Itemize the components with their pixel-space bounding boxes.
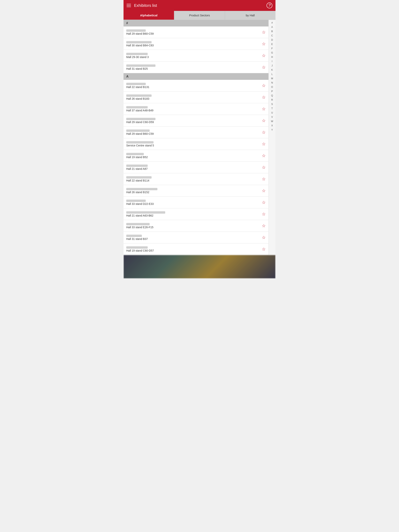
hamburger-menu-icon[interactable]	[127, 4, 131, 7]
list-item[interactable]: Mall 29-30 stand 3☆	[123, 50, 269, 62]
item-content: Hall 21 stand A63-B62	[126, 211, 260, 217]
list-item[interactable]: Service Centre stand 5☆	[123, 138, 269, 150]
item-name-placeholder	[126, 53, 148, 55]
tab-product-sectors[interactable]: Product Sectors	[174, 11, 225, 20]
alpha-nav-C[interactable]: C	[269, 33, 276, 38]
alpha-nav-Q[interactable]: Q	[269, 94, 276, 98]
list-item[interactable]: Hall 19 stand C60-D57☆	[123, 243, 269, 255]
alpha-nav-F[interactable]: F	[269, 46, 276, 51]
alpha-nav-P[interactable]: P	[269, 89, 276, 94]
alpha-nav-D[interactable]: D	[269, 38, 276, 42]
item-location: Hall 31 stand B25	[126, 67, 260, 70]
tab-alphabetical[interactable]: Alphabetical	[123, 11, 174, 20]
list-item[interactable]: Hall 19 stand B52☆	[123, 150, 269, 162]
alpha-nav-U[interactable]: U	[269, 111, 276, 115]
favorite-star-icon[interactable]: ☆	[262, 212, 266, 217]
favorite-star-icon[interactable]: ☆	[262, 65, 266, 70]
alpha-nav-A[interactable]: A	[269, 25, 276, 29]
item-name-placeholder	[126, 64, 155, 67]
alpha-navigation: #ABCDEFGHIJKLMNOPQRSTUVWXY	[269, 20, 276, 255]
item-location: Hall 33 stand D22-E33	[126, 202, 260, 205]
favorite-star-icon[interactable]: ☆	[262, 107, 266, 112]
favorite-star-icon[interactable]: ☆	[262, 41, 266, 47]
list-item[interactable]: Hall 29 stand C60-D59☆	[123, 115, 269, 127]
item-content: Hall 19 stand C60-D57	[126, 246, 260, 252]
item-content: Hall 29 stand B60-C59	[126, 129, 260, 135]
favorite-star-icon[interactable]: ☆	[262, 83, 266, 88]
list-item[interactable]: Hall 26 stand B183☆	[123, 92, 269, 103]
favorite-star-icon[interactable]: ☆	[262, 200, 266, 205]
list-item[interactable]: Hall 21 stand A63-B62☆	[123, 208, 269, 220]
favorite-star-icon[interactable]: ☆	[262, 247, 266, 252]
alpha-nav-#[interactable]: #	[269, 21, 276, 25]
favorite-star-icon[interactable]: ☆	[262, 153, 266, 158]
favorite-star-icon[interactable]: ☆	[262, 142, 266, 147]
list-item[interactable]: Hall 30 stand B84-C83☆	[123, 38, 269, 50]
item-content: Hall 22 stand B131	[126, 83, 260, 89]
item-content: Hall 26 stand B152	[126, 188, 260, 194]
favorite-star-icon[interactable]: ☆	[262, 235, 266, 240]
alpha-nav-M[interactable]: M	[269, 76, 276, 81]
favorite-star-icon[interactable]: ☆	[262, 130, 266, 135]
favorite-star-icon[interactable]: ☆	[262, 118, 266, 123]
item-location: Hall 19 stand C60-D57	[126, 249, 260, 252]
list-item[interactable]: Hall 33 stand E26-F15☆	[123, 220, 269, 232]
item-name-placeholder	[126, 106, 148, 108]
alpha-nav-K[interactable]: K	[269, 68, 276, 72]
alpha-nav-L[interactable]: L	[269, 72, 276, 76]
item-location: Hall 26 stand B183	[126, 97, 260, 100]
alpha-nav-V[interactable]: V	[269, 115, 276, 119]
alpha-nav-X[interactable]: X	[269, 123, 276, 128]
item-content: Hall 37 stand A48-B49	[126, 106, 260, 112]
banner-image	[123, 255, 276, 279]
list-item[interactable]: Hall 22 stand B131☆	[123, 80, 269, 92]
bottom-banner	[123, 255, 276, 279]
alpha-nav-B[interactable]: B	[269, 29, 276, 33]
help-icon[interactable]: ?	[266, 3, 272, 8]
item-content: Hall 31 stand B37	[126, 235, 260, 241]
alpha-nav-W[interactable]: W	[269, 119, 276, 123]
alpha-nav-G[interactable]: G	[269, 51, 276, 55]
list-item[interactable]: Hall 29 stand B60-C59☆	[123, 26, 269, 38]
alpha-nav-J[interactable]: J	[269, 63, 276, 68]
list-item[interactable]: Hall 29 stand B60-C59☆	[123, 127, 269, 138]
alpha-nav-I[interactable]: I	[269, 59, 276, 63]
item-name-placeholder	[126, 235, 142, 237]
favorite-star-icon[interactable]: ☆	[262, 177, 266, 182]
item-content: Hall 22 stand B114	[126, 176, 260, 182]
exhibitors-list: #Hall 29 stand B60-C59☆Hall 30 stand B84…	[123, 20, 269, 255]
item-location: Hall 22 stand B114	[126, 179, 260, 182]
list-item[interactable]: Hall 26 stand B152☆	[123, 185, 269, 197]
favorite-star-icon[interactable]: ☆	[262, 95, 266, 100]
item-content: Hall 30 stand B84-C83	[126, 41, 260, 47]
alpha-nav-N[interactable]: N	[269, 81, 276, 85]
alpha-nav-O[interactable]: O	[269, 85, 276, 89]
list-item[interactable]: Hall 21 stand A87☆	[123, 162, 269, 173]
alpha-nav-E[interactable]: E	[269, 42, 276, 46]
list-item[interactable]: Hall 31 stand B25☆	[123, 62, 269, 73]
item-name-placeholder	[126, 129, 150, 132]
item-location: Hall 31 stand B37	[126, 237, 260, 241]
list-item[interactable]: Hall 33 stand D22-E33☆	[123, 197, 269, 208]
content-wrapper: #Hall 29 stand B60-C59☆Hall 30 stand B84…	[123, 20, 276, 255]
alpha-nav-S[interactable]: S	[269, 102, 276, 106]
favorite-star-icon[interactable]: ☆	[262, 53, 266, 58]
list-item[interactable]: Hall 31 stand B37☆	[123, 232, 269, 243]
alpha-nav-Y[interactable]: Y	[269, 128, 276, 132]
favorite-star-icon[interactable]: ☆	[262, 223, 266, 228]
list-item[interactable]: Hall 37 stand A48-B49☆	[123, 103, 269, 115]
list-item[interactable]: Hall 22 stand B114☆	[123, 173, 269, 185]
favorite-star-icon[interactable]: ☆	[262, 188, 266, 193]
item-name-placeholder	[126, 223, 150, 225]
alpha-nav-R[interactable]: R	[269, 98, 276, 102]
item-location: Hall 37 stand A48-B49	[126, 109, 260, 112]
tab-by-hall[interactable]: by Hall	[225, 11, 276, 20]
item-location: Hall 30 stand B84-C83	[126, 44, 260, 47]
favorite-star-icon[interactable]: ☆	[262, 165, 266, 170]
alpha-nav-H[interactable]: H	[269, 55, 276, 59]
item-location: Hall 19 stand B52	[126, 156, 260, 159]
favorite-star-icon[interactable]: ☆	[262, 30, 266, 35]
item-name-placeholder	[126, 188, 157, 190]
item-location: Hall 29 stand B60-C59	[126, 132, 260, 135]
alpha-nav-T[interactable]: T	[269, 106, 276, 111]
